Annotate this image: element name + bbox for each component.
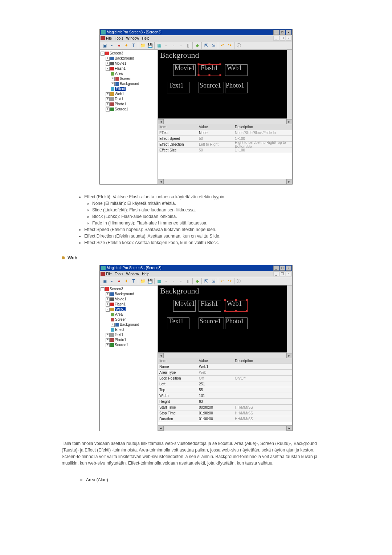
tool-icon[interactable]: ▫ [177,42,184,49]
scroll-right-icon[interactable]: ► [286,119,292,124]
tool-redo-icon[interactable]: ↷ [226,278,233,284]
grid-row[interactable]: Width 101 [158,393,292,399]
mdi-restore-icon[interactable]: ❐ [279,36,285,41]
canvas-box[interactable]: Text1 [169,317,184,325]
titlebar[interactable]: MagicInfoPro Screen3 - [Screen3] _ □ × [100,265,292,271]
tool-icon[interactable]: ▪ [109,278,115,284]
scroll-left-icon[interactable]: ◄ [158,119,164,124]
canvas-box[interactable]: Source1 [200,82,221,89]
minimize-icon[interactable]: _ [273,30,279,35]
tree-item-selected[interactable]: Web1 [115,307,126,311]
menu-tools[interactable]: Tools [115,272,123,276]
mdi-close-icon[interactable]: × [286,271,291,276]
grid-row[interactable]: Effect Direction Left to Right Right to … [158,142,292,147]
grid-row[interactable]: Stop Time 01:00:00 HH/MM/SS [158,410,292,416]
tool-icon[interactable]: 💾 [147,42,153,49]
maximize-icon[interactable]: □ [279,266,285,271]
tool-icon[interactable]: ▦ [156,278,162,284]
tool-icon[interactable]: ▯ [185,278,191,284]
menu-window[interactable]: Window [126,36,139,40]
tree-item[interactable]: Source1 [115,107,128,111]
grid-row[interactable]: Duration 01:00:00 HH/MM/SS [158,416,292,422]
grid-row[interactable]: Effect None None/Slide/Block/Fade In [158,130,292,136]
horizontal-scrollbar[interactable]: ◄ ► [158,119,292,124]
tool-icon[interactable]: ▣ [101,42,108,49]
canvas-box[interactable]: Photo1 [226,317,244,325]
tree-item[interactable]: Photo1 [115,102,126,106]
canvas-box[interactable]: Web1 [227,64,242,72]
canvas-box[interactable]: Movie1 [175,64,195,72]
tree-item[interactable]: Screen [120,77,131,81]
canvas-box[interactable]: Source1 [200,317,221,325]
tool-icon[interactable]: ▯ [185,42,191,49]
tool-info-icon[interactable]: ⓘ [236,278,242,284]
horizontal-scrollbar[interactable]: ◄ ► [158,353,292,358]
scroll-right-icon[interactable]: ► [286,353,292,358]
menu-help[interactable]: Help [142,36,150,40]
minimize-icon[interactable]: _ [273,266,279,271]
mdi-close-icon[interactable]: × [286,36,291,41]
tree-item-selected[interactable]: Effect [115,87,126,91]
tool-undo-icon[interactable]: ↶ [219,42,226,49]
menu-tools[interactable]: Tools [115,36,123,40]
tree-item[interactable]: Movie1 [115,61,126,65]
mdi-min-icon[interactable]: _ [273,36,279,41]
tree-pane[interactable]: -Screen3 +Background +Movie1 -Flash1 Are… [100,50,158,184]
tree-item[interactable]: Movie1 [115,297,126,301]
tool-icon[interactable]: ▫ [177,278,184,284]
tool-icon[interactable]: 💾 [147,278,153,284]
grid-row[interactable]: Start Time 00:00:00 HH/MM/SS [158,405,292,410]
mdi-restore-icon[interactable]: ❐ [279,271,285,276]
scroll-left-icon[interactable]: ◄ [158,426,164,431]
tree-item[interactable]: Photo1 [115,338,126,342]
grid-row[interactable]: Height 63 [158,399,292,405]
grid-horizontal-scrollbar[interactable]: ◄ ► [158,425,292,431]
tree-item[interactable]: Text1 [115,97,123,101]
tree-pane[interactable]: -Screen3 +Background +Movie1 +Flash1 -We… [100,285,158,431]
menu-file[interactable]: File [106,36,112,40]
scroll-right-icon[interactable]: ► [286,179,292,184]
close-icon[interactable]: × [286,30,291,35]
tree-item[interactable]: Source1 [115,343,128,347]
tool-icon[interactable]: ✦ [123,42,130,49]
titlebar[interactable]: MagicInfoPro Screen3 - [Screen3] _ □ × [100,29,292,35]
canvas-box-selected[interactable]: Web1 [227,300,242,308]
tool-icon[interactable]: ◆ [194,278,200,284]
tool-text-icon[interactable]: T [130,278,137,284]
tree-item[interactable]: Background [120,82,139,86]
tree-item[interactable]: Background [115,292,134,296]
tool-icon[interactable]: ▪ [109,42,115,49]
menu-window[interactable]: Window [126,272,139,276]
maximize-icon[interactable]: □ [279,30,285,35]
tree-item[interactable]: Screen [115,317,127,321]
vertical-scrollbar[interactable] [287,285,292,353]
grid-row[interactable]: Area Type Web [158,370,292,376]
tree-item[interactable]: Flash1 [115,66,126,70]
tree-root[interactable]: Screen3 [110,51,123,55]
mdi-min-icon[interactable]: _ [273,271,279,276]
tree-item[interactable]: Text1 [115,333,123,337]
tool-icon[interactable]: ● [116,278,122,284]
canvas-box-selected[interactable]: Flash1 [201,64,218,72]
grid-row[interactable]: Lock Position Off On/Off [158,376,292,381]
tool-icon[interactable]: ▫ [163,278,170,284]
tool-info-icon[interactable]: ⓘ [236,42,242,49]
scroll-right-icon[interactable]: ► [286,426,292,431]
tree-root[interactable]: Screen3 [110,287,123,291]
tool-icon[interactable]: ▦ [156,42,162,49]
grid-row[interactable]: Left 251 [158,381,292,387]
tool-icon[interactable]: 📁 [139,278,146,284]
tool-icon[interactable]: ▫ [163,42,170,49]
tree-item[interactable]: Effect [115,328,124,332]
close-icon[interactable]: × [286,266,291,271]
canvas-box[interactable]: Movie1 [175,300,195,308]
grid-row[interactable]: Effect Size 50 1~100 [158,147,292,153]
canvas-box[interactable]: Photo1 [226,82,244,89]
layout-canvas[interactable]: Background Movie1 Flash1 Web1 [158,285,287,353]
tool-icon[interactable]: ✦ [123,278,130,284]
menu-file[interactable]: File [106,272,112,276]
tool-icon[interactable]: ▫ [170,42,177,49]
tool-redo-icon[interactable]: ↷ [226,42,233,49]
scroll-left-icon[interactable]: ◄ [158,353,164,358]
canvas-box[interactable]: Text1 [169,82,184,89]
